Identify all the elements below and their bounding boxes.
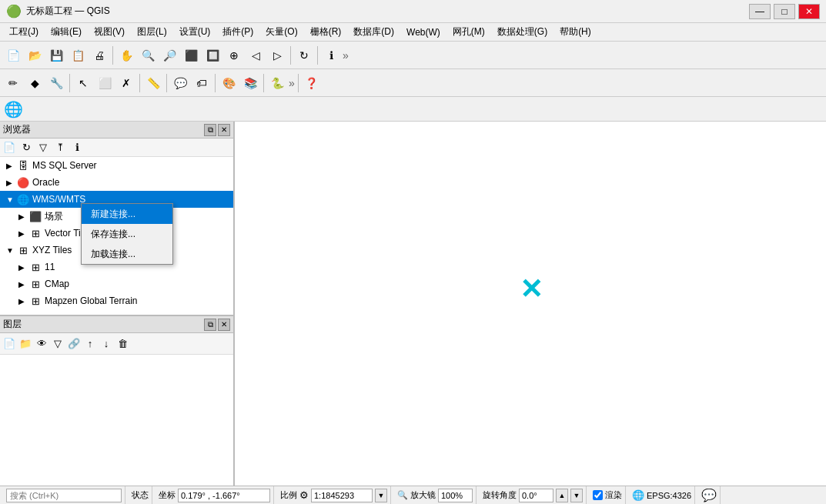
measure-button[interactable]: 📏 [143, 73, 163, 93]
layers-visible-button[interactable]: 👁 [34, 336, 49, 352]
help-button[interactable]: ❓ [302, 73, 322, 93]
browser-refresh-button[interactable]: ↻ [18, 140, 34, 155]
refresh-button[interactable]: ↻ [294, 45, 314, 65]
tree-expand-vectortiles: ▶ [18, 229, 29, 238]
menubar: 工程(J)编辑(E)视图(V)图层(L)设置(U)插件(P)矢量(O)栅格(R)… [0, 23, 826, 42]
zoom-in-button[interactable]: 🔍 [138, 45, 158, 65]
ctx-load-connection[interactable]: 加载连接... [82, 244, 172, 264]
atlas-button[interactable]: 📚 [240, 73, 260, 93]
deselect-button[interactable]: ✗ [116, 73, 136, 93]
style-button[interactable]: 🎨 [219, 73, 239, 93]
select-rect-button[interactable]: ⬜ [95, 73, 115, 93]
menu-settings[interactable]: 设置(U) [173, 24, 217, 40]
zoom-area: 🔍 放大镜 [394, 486, 477, 504]
layers-move-up-button[interactable]: ↑ [82, 336, 98, 352]
browser-filter-button[interactable]: ▽ [35, 140, 51, 155]
browser-panel-controls: ⧉ ✕ [204, 124, 230, 136]
zoom-input[interactable] [438, 489, 473, 502]
open-project-button[interactable]: 📂 [25, 45, 45, 65]
menu-processing[interactable]: 数据处理(G) [491, 24, 553, 40]
zoom-next-button[interactable]: ▷ [267, 45, 287, 65]
layers-toolbar: 📄 📁 👁 ▽ 🔗 ↑ ↓ 🗑 [0, 333, 233, 355]
menu-view[interactable]: 视图(V) [88, 24, 131, 40]
tree-label-wms: WMS/WMTS [32, 194, 85, 205]
menu-vector[interactable]: 矢量(O) [259, 24, 303, 40]
zoom-full-button[interactable]: ⬛ [181, 45, 201, 65]
python-button[interactable]: 🐍 [267, 73, 287, 93]
select-button[interactable]: ↖ [73, 73, 93, 93]
ctx-save-connection[interactable]: 保存连接... [82, 224, 172, 244]
menu-layer[interactable]: 图层(L) [131, 24, 173, 40]
digitize-button[interactable]: ✏ [3, 73, 23, 93]
print-button[interactable]: 🖨 [89, 45, 109, 65]
menu-raster[interactable]: 栅格(R) [304, 24, 348, 40]
menu-help[interactable]: 帮助(H) [553, 24, 597, 40]
tree-item-mssql[interactable]: ▶🗄MS SQL Server [0, 157, 233, 174]
zoom-out-button[interactable]: 🔎 [159, 45, 179, 65]
menu-edit[interactable]: 编辑(E) [45, 24, 88, 40]
layers-add-button[interactable]: 📄 [2, 336, 17, 352]
t2-sep4 [215, 74, 216, 92]
browser-tree[interactable]: ▶🗄MS SQL Server▶🔴Oracle▼🌐WMS/WMTS▶⬛场景▶⊞V… [0, 157, 233, 315]
globe-button[interactable]: 🌐 [3, 99, 23, 119]
rotation-input[interactable] [519, 489, 553, 502]
browser-section: 浏览器 ⧉ ✕ 📄 ↻ ▽ ⤒ ℹ ▶🗄MS SQL Server▶🔴Oracl… [0, 122, 233, 316]
coordinates-input[interactable] [178, 489, 270, 502]
maximize-button[interactable]: □ [774, 4, 795, 19]
layers-float-button[interactable]: ⧉ [204, 319, 216, 331]
menu-mesh[interactable]: 网孔(M) [446, 24, 491, 40]
close-button[interactable]: ✕ [798, 4, 820, 19]
tree-item-mapzen[interactable]: ▶⊞Mapzen Global Terrain [0, 292, 233, 309]
tree-icon-mssql: 🗄 [17, 159, 29, 172]
scale-area: 比例 ⚙ ▼ [277, 486, 391, 504]
snap-button[interactable]: 🔧 [46, 73, 66, 93]
browser-add-button[interactable]: 📄 [2, 140, 17, 155]
minimize-button[interactable]: — [749, 4, 771, 19]
tree-icon-cmap: ⊞ [29, 278, 42, 290]
menu-database[interactable]: 数据库(D) [347, 24, 400, 40]
layers-remove-button[interactable]: 🗑 [115, 336, 130, 352]
toolbar2-overflow[interactable]: » [289, 77, 295, 89]
ctx-new-connection[interactable]: 新建连接... [82, 204, 172, 224]
rotation-down-button[interactable]: ▼ [570, 489, 583, 502]
layers-link-button[interactable]: 🔗 [66, 336, 82, 352]
statusbar: 状态 坐标 比例 ⚙ ▼ 🔍 放大镜 旋转角度 ▲ ▼ 渲染 🌐 EPSG:43… [0, 486, 826, 504]
zoom-selection-button[interactable]: 🔲 [202, 45, 222, 65]
rotation-up-button[interactable]: ▲ [556, 489, 568, 502]
search-input[interactable] [6, 489, 122, 502]
map-area[interactable]: ✕ [235, 122, 826, 486]
save-as-button[interactable]: 📋 [68, 45, 88, 65]
layers-move-down-button[interactable]: ↓ [99, 336, 114, 352]
new-project-button[interactable]: 📄 [3, 45, 23, 65]
toolbar-main: 📄 📂 💾 📋 🖨 ✋ 🔍 🔎 ⬛ 🔲 ⊕ ◁ ▷ ↻ ℹ » [0, 42, 826, 69]
layers-filter-button[interactable]: ▽ [50, 336, 65, 352]
annotation-button[interactable]: 💬 [170, 73, 190, 93]
menu-project[interactable]: 工程(J) [3, 24, 45, 40]
left-panel: 浏览器 ⧉ ✕ 📄 ↻ ▽ ⤒ ℹ ▶🗄MS SQL Server▶🔴Oracl… [0, 122, 235, 486]
pan-button[interactable]: ✋ [116, 45, 136, 65]
browser-info-button[interactable]: ℹ [69, 140, 85, 155]
render-area: 渲染 [590, 486, 626, 504]
menu-plugins[interactable]: 插件(P) [216, 24, 259, 40]
zoom-prev-button[interactable]: ◁ [246, 45, 266, 65]
scale-input[interactable] [311, 489, 373, 502]
browser-collapse-button[interactable]: ⤒ [52, 140, 68, 155]
layers-close-button[interactable]: ✕ [218, 319, 230, 331]
tree-item-cmap[interactable]: ▶⊞CMap [0, 275, 233, 292]
layers-section: 图层 ⧉ ✕ 📄 📁 👁 ▽ 🔗 ↑ ↓ 🗑 [0, 316, 233, 486]
info-button[interactable]: ℹ [321, 45, 341, 65]
browser-close-button[interactable]: ✕ [218, 124, 230, 136]
label-button[interactable]: 🏷 [192, 73, 212, 93]
browser-float-button[interactable]: ⧉ [204, 124, 216, 136]
render-checkbox[interactable] [593, 490, 603, 500]
toolbar-secondary: ✏ ◆ 🔧 ↖ ⬜ ✗ 📏 💬 🏷 🎨 📚 🐍 » ❓ [0, 69, 826, 97]
status-text: 状态 [132, 489, 149, 501]
save-project-button[interactable]: 💾 [46, 45, 66, 65]
layers-group-button[interactable]: 📁 [18, 336, 33, 352]
scale-dropdown-button[interactable]: ▼ [375, 489, 387, 502]
tree-item-oracle[interactable]: ▶🔴Oracle [0, 174, 233, 191]
vertex-button[interactable]: ◆ [25, 73, 45, 93]
menu-web[interactable]: Web(W) [400, 25, 446, 39]
toolbar-overflow[interactable]: » [343, 49, 349, 62]
zoom-layer-button[interactable]: ⊕ [224, 45, 244, 65]
